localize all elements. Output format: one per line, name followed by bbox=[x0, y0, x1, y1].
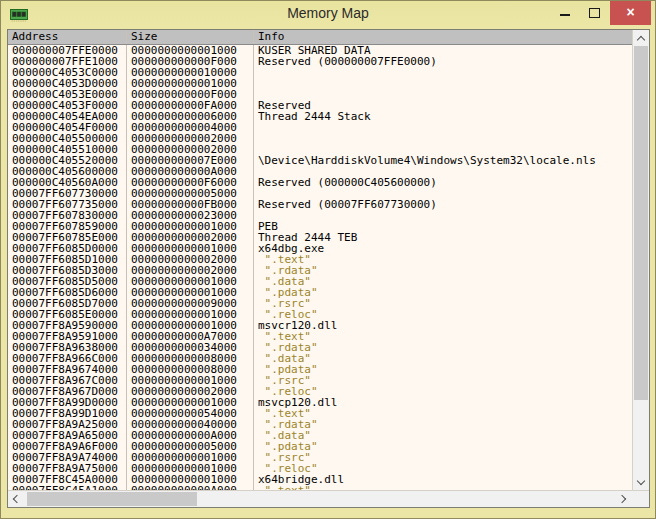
cell-size: 0000000000002000 bbox=[127, 232, 254, 243]
table-row[interactable]: 00007FF8A9A750000000000000001000 ".reloc… bbox=[8, 463, 632, 474]
table-row[interactable]: 00007FF8A967C0000000000000001000 ".rsrc" bbox=[8, 375, 632, 386]
column-header-size[interactable]: Size bbox=[127, 30, 254, 44]
table-body: 000000007FFE00000000000000001000KUSER_SH… bbox=[8, 45, 632, 490]
cell-address: 00007FF6085E0000 bbox=[8, 309, 127, 320]
table-row[interactable]: 000000C4054F00000000000000004000 bbox=[8, 122, 632, 133]
memory-map-content: Address Size Info 000000007FFE0000000000… bbox=[7, 29, 650, 508]
cell-address: 00007FF8A9A65000 bbox=[8, 430, 127, 441]
table-row[interactable]: 000000C4053D00000000000000001000 bbox=[8, 78, 632, 89]
cell-size: 000000000000A000 bbox=[127, 166, 254, 177]
cell-address: 00007FF6085D3000 bbox=[8, 265, 127, 276]
table-row[interactable]: 00007FF8A966C0000000000000008000 ".data" bbox=[8, 353, 632, 364]
table-row[interactable]: 00007FF8A96380000000000000034000 ".rdata… bbox=[8, 342, 632, 353]
cell-size: 000000000000F000 bbox=[127, 56, 254, 67]
column-header-info[interactable]: Info bbox=[254, 30, 632, 44]
cell-address: 00007FF8A967D000 bbox=[8, 386, 127, 397]
cell-address: 00007FF607735000 bbox=[8, 199, 127, 210]
table-row[interactable]: 00007FF8A967D0000000000000002000 ".reloc… bbox=[8, 386, 632, 397]
cell-address: 000000C4053D0000 bbox=[8, 78, 127, 89]
table-row[interactable]: 00007FF6077300000000000000005000 bbox=[8, 188, 632, 199]
scroll-right-button[interactable] bbox=[615, 491, 632, 507]
table-row[interactable]: 00007FF6085D10000000000000002000 ".text" bbox=[8, 254, 632, 265]
table-row[interactable]: 00007FF8A96740000000000000008000 ".pdata… bbox=[8, 364, 632, 375]
scroll-left-button[interactable] bbox=[8, 491, 25, 507]
cell-size: 0000000000002000 bbox=[127, 254, 254, 265]
table-header: Address Size Info bbox=[8, 30, 632, 45]
table-row[interactable]: 00007FF8A959100000000000000A7000 ".text" bbox=[8, 331, 632, 342]
table-row[interactable]: 00007FF8A99D00000000000000001000msvcp120… bbox=[8, 397, 632, 408]
table-row[interactable]: 00007FF6085D00000000000000001000x64dbg.e… bbox=[8, 243, 632, 254]
cell-address: 000000C405520000 bbox=[8, 155, 127, 166]
table-row[interactable]: 00007FF8A9A6F0000000000000005000 ".pdata… bbox=[8, 441, 632, 452]
table-row[interactable]: 00007FF8A9A250000000000000040000 ".rdata… bbox=[8, 419, 632, 430]
cell-address: 000000C4053C0000 bbox=[8, 67, 127, 78]
minimize-button[interactable] bbox=[550, 1, 580, 25]
cell-size: 0000000000001000 bbox=[127, 309, 254, 320]
table-row[interactable]: 000000C405600000000000000000A000 bbox=[8, 166, 632, 177]
table-row[interactable]: 00007FF8A9A740000000000000001000 ".rsrc" bbox=[8, 452, 632, 463]
column-header-address[interactable]: Address bbox=[8, 30, 127, 44]
minimize-icon bbox=[560, 14, 570, 16]
table-row[interactable]: 00007FF60785E0000000000000002000Thread 2… bbox=[8, 232, 632, 243]
table-row[interactable]: 00007FF6078300000000000000023000 bbox=[8, 210, 632, 221]
cell-info: x64bridge.dll bbox=[254, 474, 632, 485]
table-row[interactable]: 00007FF8A99D10000000000000054000 ".text" bbox=[8, 408, 632, 419]
cell-info: ".rsrc" bbox=[254, 375, 632, 386]
cell-size: 000000000007E000 bbox=[127, 155, 254, 166]
cell-info: Reserved (000000C405600000) bbox=[254, 177, 632, 188]
scroll-down-button[interactable] bbox=[633, 474, 649, 490]
cell-size: 00000000000FA000 bbox=[127, 100, 254, 111]
cell-size: 0000000000004000 bbox=[127, 122, 254, 133]
table-row[interactable]: 000000C4053E0000000000000000F000 bbox=[8, 89, 632, 100]
table-row[interactable]: 000000C4053C00000000000000010000 bbox=[8, 67, 632, 78]
cell-info: Thread 2444 Stack bbox=[254, 111, 632, 122]
cell-address: 00007FF6085D6000 bbox=[8, 287, 127, 298]
cell-info: ".pdata" bbox=[254, 364, 632, 375]
table-row[interactable]: 00007FF8C45A00000000000000001000x64bridg… bbox=[8, 474, 632, 485]
cell-info: ".text" bbox=[254, 408, 632, 419]
table-row[interactable]: 00007FF60773500000000000000FB000Reserved… bbox=[8, 199, 632, 210]
cell-info: ".rsrc" bbox=[254, 298, 632, 309]
cell-address: 00007FF6085D1000 bbox=[8, 254, 127, 265]
cell-address: 000000007FFE0000 bbox=[8, 45, 127, 56]
vertical-scrollbar[interactable] bbox=[632, 30, 649, 490]
cell-size: 0000000000002000 bbox=[127, 133, 254, 144]
vertical-scroll-track[interactable] bbox=[633, 46, 649, 474]
table-row[interactable]: 00007FF8A9A65000000000000000A000 ".data" bbox=[8, 430, 632, 441]
titlebar[interactable]: Memory Map × bbox=[1, 1, 655, 29]
chevron-left-icon bbox=[13, 495, 21, 503]
horizontal-scroll-thumb[interactable] bbox=[27, 492, 197, 506]
cell-info bbox=[254, 210, 632, 221]
table-row[interactable]: 00007FF6078590000000000000001000PEB bbox=[8, 221, 632, 232]
vertical-scroll-thumb[interactable] bbox=[634, 46, 648, 400]
table-row[interactable]: 00007FF8A95900000000000000001000msvcr120… bbox=[8, 320, 632, 331]
table-row[interactable]: 000000C4054EA0000000000000006000Thread 2… bbox=[8, 111, 632, 122]
table-row[interactable]: 000000C4053F000000000000000FA000Reserved bbox=[8, 100, 632, 111]
table-row[interactable]: 00007FF6085E00000000000000001000 ".reloc… bbox=[8, 309, 632, 320]
table-row[interactable]: 00007FF6085D60000000000000001000 ".pdata… bbox=[8, 287, 632, 298]
horizontal-scrollbar[interactable] bbox=[8, 491, 632, 507]
cell-address: 00007FF8A966C000 bbox=[8, 353, 127, 364]
table-row[interactable]: 00007FF6085D70000000000000009000 ".rsrc" bbox=[8, 298, 632, 309]
cell-address: 00007FF607830000 bbox=[8, 210, 127, 221]
table-row[interactable]: 000000007FFE00000000000000001000KUSER_SH… bbox=[8, 45, 632, 56]
close-button[interactable]: × bbox=[610, 1, 651, 25]
table-row[interactable]: 000000C40560A00000000000000F6000Reserved… bbox=[8, 177, 632, 188]
scroll-up-button[interactable] bbox=[633, 30, 649, 46]
table-row[interactable]: 00007FF6085D30000000000000002000 ".rdata… bbox=[8, 265, 632, 276]
cell-address: 00007FF8A9A6F000 bbox=[8, 441, 127, 452]
cell-address: 000000C40560A000 bbox=[8, 177, 127, 188]
cell-size: 0000000000054000 bbox=[127, 408, 254, 419]
maximize-button[interactable] bbox=[580, 1, 610, 25]
table-row[interactable]: 000000007FFE1000000000000000F000Reserved… bbox=[8, 56, 632, 67]
table-row[interactable]: 000000C4055000000000000000002000 bbox=[8, 133, 632, 144]
cell-size: 0000000000002000 bbox=[127, 386, 254, 397]
table-row[interactable]: 000000C405520000000000000007E000\Device\… bbox=[8, 155, 632, 166]
horizontal-scroll-track[interactable] bbox=[25, 491, 615, 507]
cell-size: 0000000000005000 bbox=[127, 441, 254, 452]
table-row[interactable]: 00007FF6085D50000000000000001000 ".data" bbox=[8, 276, 632, 287]
cell-size: 0000000000001000 bbox=[127, 397, 254, 408]
table-row[interactable]: 000000C4055100000000000000002000 bbox=[8, 144, 632, 155]
cell-info: ".text" bbox=[254, 331, 632, 342]
cell-size: 0000000000001000 bbox=[127, 221, 254, 232]
